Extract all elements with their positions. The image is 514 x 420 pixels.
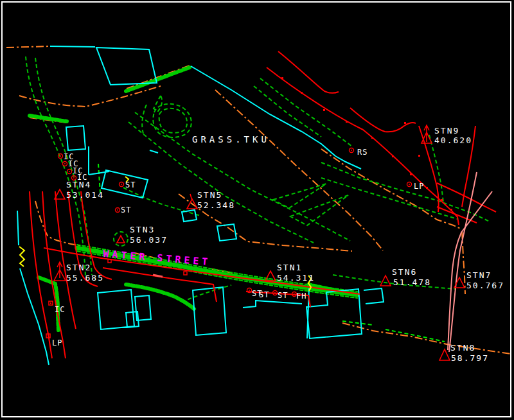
marker-dot (121, 184, 122, 185)
point-label-rs: RS (357, 148, 368, 157)
marker-dot (409, 184, 410, 185)
station-triangle-stn9-icon (421, 125, 432, 143)
marker-dot (294, 293, 295, 295)
station-elevation-stn3: 56.037 (130, 235, 168, 245)
boundary-diagonal (191, 66, 361, 169)
boundary-top-left (50, 46, 95, 47)
fence-dot (450, 209, 452, 211)
cad-drawing-canvas[interactable]: GRASS.TKU WATER STREET STN1 54.311 STN2 … (0, 0, 514, 420)
fence-dot (392, 155, 394, 157)
building-center-small (182, 210, 236, 241)
fence-dot (426, 187, 428, 189)
hedge-top-band (126, 67, 190, 91)
marker-dot (69, 171, 70, 172)
spot-mark (418, 155, 420, 157)
station-elevation-stn2: 55.685 (66, 273, 104, 283)
marker-dot (117, 209, 118, 211)
marker-dot (274, 292, 276, 293)
bright-verge-stn4 (98, 164, 100, 193)
vegetation-lines-group (26, 57, 490, 302)
station-label-stn5: STN5 (197, 190, 222, 200)
fence-dot (410, 173, 412, 175)
gate-symbol-left-icon (19, 247, 24, 267)
station-label-stn3: STN3 (130, 225, 155, 234)
bright-verge-bottom-right (342, 321, 445, 342)
point-label-st: ST (259, 290, 269, 299)
point-label-ic: IC (77, 173, 87, 182)
point-label-fh: FH (296, 292, 306, 301)
station-triangle-stn3-icon (117, 236, 125, 243)
station-label-stn2: STN2 (66, 263, 91, 272)
marker-dot (50, 302, 51, 304)
station-label-stn9: STN9 (434, 126, 459, 136)
point-label-lp: LP (414, 182, 424, 191)
station-triangle-stn5-icon (187, 194, 197, 209)
field-contour (123, 112, 350, 243)
point-label-st: ST (121, 206, 131, 214)
station-elevation-stn8: 58.797 (451, 353, 489, 363)
station-label-stn7: STN7 (466, 270, 492, 280)
station-elevation-stn9: 40.620 (434, 136, 472, 145)
fence-dot (301, 92, 303, 94)
pond-outline (142, 96, 191, 137)
point-label-ic: IC (55, 305, 65, 314)
station-elevation-stn4: 53.014 (66, 190, 104, 200)
marker-dot (48, 335, 49, 337)
fence-dot (371, 137, 373, 139)
fence-dot (346, 121, 348, 123)
station-triangle-stn8-icon (439, 349, 450, 360)
station-label-stn1: STN1 (277, 263, 302, 272)
fence-dot (323, 109, 325, 111)
marker-dot (60, 155, 61, 157)
station-triangle-stn6-icon (380, 276, 391, 286)
marker-dot (73, 177, 75, 179)
fence-dot (441, 199, 443, 201)
station-label-stn8: STN8 (450, 343, 475, 353)
area-label: GRASS.TKU (192, 134, 270, 144)
station-elevation-stn6: 51.478 (393, 277, 431, 287)
marker-dot (351, 150, 352, 151)
yellow-symbols-group (19, 177, 311, 291)
point-label-st: ST (125, 180, 136, 189)
stn3-dashed-circle (114, 232, 128, 246)
street-name-label: WATER STREET (103, 248, 211, 268)
station-label-stn6: STN6 (392, 267, 417, 277)
fence-line (267, 67, 459, 225)
station-elevation-stn5: 52.348 (197, 200, 235, 210)
station-elevation-stn1: 54.311 (277, 273, 315, 283)
building-top-left (96, 48, 157, 85)
fence-dot (281, 77, 283, 79)
point-label-st: ST (278, 291, 288, 300)
marker-dot (64, 163, 66, 164)
drawing-border (2, 2, 511, 417)
gully-square (184, 272, 187, 275)
spot-mark (404, 122, 406, 124)
station-elevation-stn7: 50.767 (466, 281, 504, 290)
survey-map-svg: GRASS.TKU WATER STREET STN1 54.311 STN2 … (0, 0, 514, 420)
point-label-lp: LP (52, 338, 62, 347)
marker-dot (249, 290, 250, 291)
